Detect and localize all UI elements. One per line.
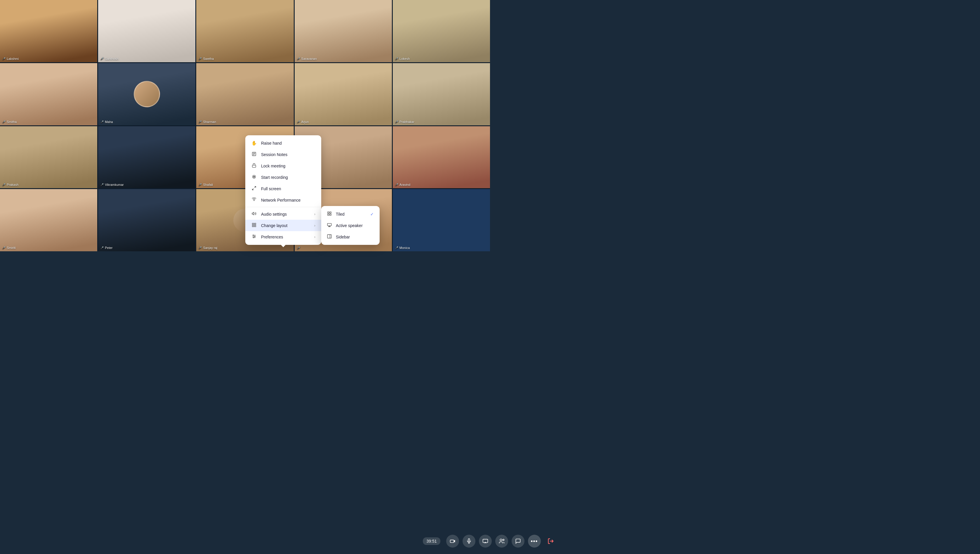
svg-point-30 xyxy=(253,237,254,238)
menu-item-full-screen[interactable]: Full screen xyxy=(245,183,321,194)
svg-rect-24 xyxy=(255,225,256,227)
svg-point-16 xyxy=(253,176,255,177)
tile-smiriti[interactable]: Smiriti xyxy=(0,189,97,251)
menu-item-session-notes[interactable]: Session Notes xyxy=(245,149,321,160)
svg-rect-14 xyxy=(252,165,256,167)
svg-line-18 xyxy=(252,188,254,190)
layout-active-speaker[interactable]: Active speaker xyxy=(321,220,380,231)
participant-name-lokesh: Lokesh xyxy=(395,57,410,61)
menu-item-raise-hand[interactable]: ✋ Raise hand xyxy=(245,137,321,149)
menu-divider-1 xyxy=(245,207,321,207)
participant-name-arjun: Arjun xyxy=(297,120,309,124)
session-notes-icon xyxy=(251,152,257,157)
menu-item-network-performance[interactable]: Network Performance xyxy=(245,194,321,206)
participant-name-maha: Maha xyxy=(100,120,113,124)
recording-icon xyxy=(251,174,257,180)
full-screen-label: Full screen xyxy=(261,187,315,191)
session-notes-label: Session Notes xyxy=(261,152,315,157)
tile-sharman[interactable]: Sharman xyxy=(196,63,293,125)
participant-name-saravanan: Saravanan xyxy=(297,57,317,61)
participant-name-sharman: Sharman xyxy=(199,120,216,124)
tiled-check: ✓ xyxy=(370,212,374,217)
video-grid: Lakshmi Santhosh Swetha Saravanan Lokesh… xyxy=(0,0,490,251)
svg-rect-32 xyxy=(330,212,331,213)
layout-sidebar[interactable]: Sidebar xyxy=(321,231,380,243)
participant-name-prabhakar: Prabhakar xyxy=(395,120,414,124)
menu-item-lock-meeting[interactable]: Lock meeting xyxy=(245,160,321,171)
layout-icon xyxy=(251,223,257,228)
participant-name-shafali: Shafali xyxy=(199,183,213,187)
network-performance-label: Network Performance xyxy=(261,198,315,203)
fullscreen-icon xyxy=(251,186,257,192)
menu-item-audio-settings[interactable]: Audio settings › xyxy=(245,208,321,220)
tile-vikramkumar[interactable]: Vikramkumar xyxy=(98,126,196,188)
tile-maha[interactable]: Maha xyxy=(98,63,196,125)
audio-settings-icon xyxy=(251,211,257,217)
audio-settings-label: Audio settings xyxy=(261,212,310,217)
tile-prakash[interactable]: Prakash xyxy=(0,126,97,188)
svg-point-19 xyxy=(254,200,254,201)
tile-arjun[interactable]: Arjun xyxy=(294,63,392,125)
network-icon xyxy=(251,197,257,203)
menu-item-change-layout[interactable]: Change layout › xyxy=(245,220,321,231)
svg-rect-37 xyxy=(327,235,331,238)
svg-rect-31 xyxy=(328,212,329,213)
active-speaker-icon xyxy=(327,223,332,228)
svg-rect-23 xyxy=(252,225,254,227)
active-speaker-label: Active speaker xyxy=(336,223,363,228)
tiled-icon xyxy=(327,211,332,217)
tile-prabhakar[interactable]: Prabhakar xyxy=(393,63,490,125)
participant-name-vikramkumar: Vikramkumar xyxy=(100,183,124,187)
svg-line-17 xyxy=(255,187,256,188)
lock-meeting-label: Lock meeting xyxy=(261,164,315,168)
svg-rect-33 xyxy=(328,214,329,216)
participant-name-peter: Peter xyxy=(100,246,113,249)
participant-name-prakash: Prakash xyxy=(2,183,18,187)
lock-icon xyxy=(251,163,257,169)
participant-name-lakshmi: Lakshmi xyxy=(2,57,19,61)
audio-settings-arrow: › xyxy=(314,212,315,216)
tile-smitha[interactable]: Smitha xyxy=(0,63,97,125)
svg-rect-21 xyxy=(252,223,254,225)
start-recording-label: Start recording xyxy=(261,175,315,180)
svg-point-29 xyxy=(255,236,255,237)
participant-name-aravind: Aravind xyxy=(395,183,410,187)
svg-rect-22 xyxy=(255,223,256,225)
tile-santhosh[interactable]: Santhosh xyxy=(98,0,196,62)
change-layout-label: Change layout xyxy=(261,223,310,228)
participant-name-smitha: Smitha xyxy=(2,120,17,124)
sidebar-label: Sidebar xyxy=(336,235,350,239)
tile-lakshmi[interactable]: Lakshmi xyxy=(0,0,97,62)
svg-rect-35 xyxy=(327,224,331,226)
participant-name-monica: Monica xyxy=(395,246,410,249)
preferences-arrow: › xyxy=(314,235,315,239)
tile-monica[interactable]: Monica xyxy=(393,189,490,251)
participant-name-unnamed1 xyxy=(297,247,300,249)
menu-item-start-recording[interactable]: Start recording xyxy=(245,171,321,183)
preferences-label: Preferences xyxy=(261,235,310,239)
svg-point-28 xyxy=(253,235,254,236)
tile-peter[interactable]: Peter xyxy=(98,189,196,251)
participant-name-smiriti: Smiriti xyxy=(2,246,16,249)
svg-rect-36 xyxy=(329,226,330,227)
svg-rect-34 xyxy=(330,214,331,216)
tile-saravanan[interactable]: Saravanan xyxy=(294,0,392,62)
tile-aravind[interactable]: Aravind xyxy=(393,126,490,188)
participant-name-santhosh: Santhosh xyxy=(100,57,118,61)
raise-hand-label: Raise hand xyxy=(261,141,315,145)
menu-item-preferences[interactable]: Preferences › xyxy=(245,231,321,243)
tile-lokesh[interactable]: Lokesh xyxy=(393,0,490,62)
svg-marker-20 xyxy=(252,212,254,215)
sidebar-layout-icon xyxy=(327,234,332,239)
layout-tiled[interactable]: Tiled ✓ xyxy=(321,208,380,220)
raise-hand-icon: ✋ xyxy=(251,140,257,146)
tile-swetha[interactable]: Swetha xyxy=(196,0,293,62)
tiled-label: Tiled xyxy=(336,212,345,217)
participant-name-swetha: Swetha xyxy=(199,57,214,61)
preferences-icon xyxy=(251,234,257,239)
participant-name-sanjayraj: Sanjay raj xyxy=(199,246,217,249)
layout-submenu: Tiled ✓ Active speaker Sidebar xyxy=(321,206,380,245)
context-menu: ✋ Raise hand Session Notes Lock meeting … xyxy=(245,135,321,245)
change-layout-arrow: › xyxy=(314,224,315,228)
